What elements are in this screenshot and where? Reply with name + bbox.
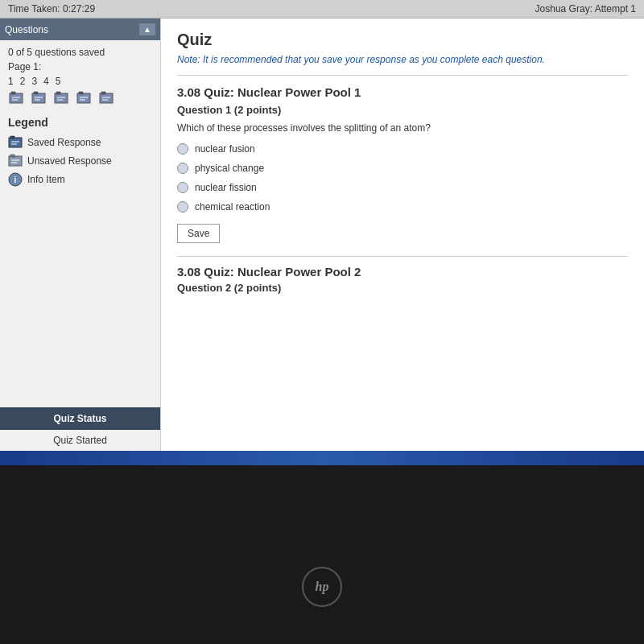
question-numbers: 1 2 3 4 5 — [8, 76, 152, 87]
save-button[interactable]: Save — [177, 224, 220, 243]
answer-label-1: nuclear fusion — [195, 143, 255, 155]
top-bar: Time Taken: 0:27:29 Joshua Gray: Attempt… — [0, 0, 644, 19]
answer-label-2: physical change — [195, 163, 264, 174]
info-item-icon: i — [8, 172, 23, 187]
q-num-1[interactable]: 1 — [8, 76, 14, 87]
svg-rect-13 — [79, 92, 83, 94]
q-num-2[interactable]: 2 — [20, 76, 26, 87]
legend-saved: Saved Response — [8, 135, 152, 150]
saved-response-icon — [8, 135, 23, 150]
svg-rect-1 — [11, 92, 15, 94]
radio-1[interactable] — [177, 143, 188, 155]
svg-rect-8 — [55, 93, 68, 103]
section-2-title: 3.08 Quiz: Nuclear Power Pool 2 — [177, 265, 628, 279]
question-1-title: Question 1 (2 points) — [177, 104, 628, 116]
q-icon-2[interactable] — [31, 90, 47, 106]
radio-3[interactable] — [177, 182, 188, 193]
divider-1 — [177, 75, 628, 76]
answer-option-3[interactable]: nuclear fission — [177, 182, 628, 193]
question-1-label: Question 1 — [177, 104, 231, 116]
answer-option-1[interactable]: nuclear fusion — [177, 143, 628, 155]
questions-header-label: Questions — [5, 24, 48, 35]
radio-2[interactable] — [177, 163, 188, 174]
question-2-title: Question 2 (2 points) — [177, 282, 628, 294]
q-icon-1[interactable] — [8, 90, 24, 106]
q-icon-5[interactable] — [98, 90, 114, 106]
svg-rect-5 — [34, 92, 38, 94]
info-item-label: Info Item — [27, 174, 65, 185]
svg-rect-17 — [101, 92, 105, 94]
monitor-stand: hp — [0, 465, 644, 644]
sidebar: Questions ▲ 0 of 5 questions saved Page … — [0, 19, 161, 451]
legend-title: Legend — [8, 116, 152, 129]
unsaved-response-label: Unsaved Response — [27, 155, 112, 167]
answer-option-4[interactable]: chemical reaction — [177, 201, 628, 213]
q-icon-4[interactable] — [76, 90, 92, 106]
time-taken: Time Taken: 0:27:29 — [8, 3, 95, 14]
page-label: Page 1: — [8, 61, 152, 72]
svg-text:i: i — [14, 175, 17, 184]
collapse-button[interactable]: ▲ — [139, 23, 155, 35]
question-icon-row — [8, 90, 152, 106]
student-info: Joshua Gray: Attempt 1 — [535, 3, 636, 14]
quiz-note: Note: It is recommended that you save yo… — [177, 54, 628, 65]
svg-rect-0 — [10, 93, 23, 103]
svg-rect-20 — [9, 138, 22, 147]
section-1-title: 3.08 Quiz: Nuclear Power Pool 1 — [177, 85, 628, 99]
blue-strip — [0, 451, 644, 465]
svg-rect-4 — [32, 93, 45, 103]
question-2-points: (2 points) — [234, 282, 282, 294]
question-1-points: (2 points) — [234, 104, 282, 116]
quiz-started: Quiz Started — [0, 430, 160, 451]
q-num-4[interactable]: 4 — [43, 76, 49, 87]
svg-rect-16 — [100, 93, 113, 103]
svg-rect-25 — [10, 155, 14, 157]
answer-option-2[interactable]: physical change — [177, 163, 628, 174]
legend-unsaved: Unsaved Response — [8, 154, 152, 168]
quiz-title: Quiz — [177, 31, 628, 49]
svg-rect-9 — [56, 92, 60, 94]
quiz-content: Quiz Note: It is recommended that you sa… — [161, 19, 644, 451]
answer-label-3: nuclear fission — [195, 182, 257, 193]
saved-count: 0 of 5 questions saved — [8, 47, 152, 58]
q-icon-3[interactable] — [53, 90, 69, 106]
monitor-bezel: hp — [0, 451, 644, 644]
divider-2 — [177, 256, 628, 257]
hp-logo: hp — [302, 567, 342, 607]
q-num-3[interactable]: 3 — [31, 76, 37, 87]
radio-4[interactable] — [177, 201, 188, 213]
q-num-5[interactable]: 5 — [56, 76, 61, 87]
main-content: Questions ▲ 0 of 5 questions saved Page … — [0, 19, 644, 451]
questions-header: Questions ▲ — [0, 19, 160, 40]
legend-info: i Info Item — [8, 172, 152, 187]
svg-rect-21 — [10, 136, 14, 138]
quiz-status-bar: Quiz Status — [0, 407, 160, 430]
unsaved-response-icon — [8, 154, 23, 168]
svg-rect-12 — [77, 93, 90, 103]
answer-label-4: chemical reaction — [195, 201, 270, 213]
question-2-label: Question 2 — [177, 282, 231, 294]
sidebar-body: 0 of 5 questions saved Page 1: 1 2 3 4 5 — [0, 40, 160, 407]
saved-response-label: Saved Response — [27, 137, 101, 148]
svg-rect-24 — [9, 156, 22, 166]
question-1-text: Which of these processes involves the sp… — [177, 122, 628, 134]
